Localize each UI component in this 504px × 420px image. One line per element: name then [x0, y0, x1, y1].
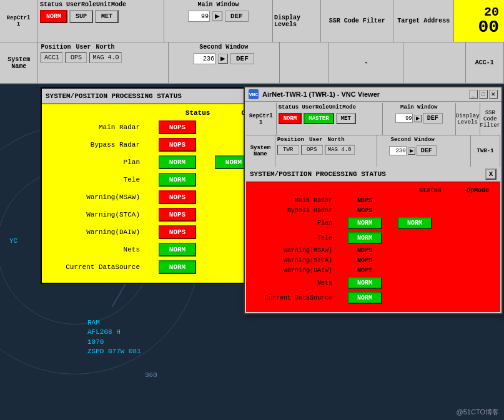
pos-labels: Position User North	[41, 44, 165, 51]
vnc-popup-content: Status OpMode Main Radar NOPS Bypass Rad…	[246, 182, 500, 312]
vnc-row-status: NOPS	[340, 247, 390, 254]
met-button[interactable]: MET	[95, 10, 119, 23]
aircraft-id: RAM	[87, 318, 141, 328]
status-badge-green: NORM	[159, 173, 196, 187]
vnc-2nd-win-controls: ▶ DEF	[389, 145, 437, 156]
vnc-ssr-section: SSR Code Filter	[480, 103, 500, 135]
main-window-arrow[interactable]: ▶	[212, 11, 222, 21]
vnc-badge-green: NORM	[348, 232, 382, 244]
pos-values: ACC1 OPS MAG 4.0	[41, 52, 165, 63]
row-label: Current DataSource	[49, 263, 149, 271]
vnc-display-levels: Display Levels	[456, 103, 480, 135]
vnc-table-row: Plan NORM NORM	[252, 217, 494, 229]
status-badge-red: NOPS	[159, 208, 196, 222]
second-window-section: Second Window ▶ DEF	[169, 42, 280, 83]
main-window-section: Main Window ▶ DEF	[164, 0, 273, 42]
vnc-master-button[interactable]: MASTER	[304, 113, 334, 124]
vnc-pos-labels: Position User North	[277, 137, 375, 143]
vnc-table-row: Warning(MSAW) NOPS	[252, 247, 494, 254]
target-label: Target Address	[397, 17, 450, 24]
vnc-title-text: AirNet-TWR-1 (TWR-1) - VNC Viewer	[262, 90, 380, 98]
display-levels-label: Display Levels	[274, 14, 319, 28]
vnc-row-status: NOPS	[340, 267, 390, 274]
vnc-display-row2	[448, 135, 471, 167]
vnc-row-label: Warning(STCA)	[252, 257, 340, 264]
repctr-col: RepCtrl 1	[0, 0, 37, 42]
row-label: Nets	[49, 246, 149, 253]
north-label: North	[96, 44, 114, 51]
vnc-second-def: DEF	[417, 145, 437, 156]
table-row: Main Radar NOPS	[49, 120, 272, 134]
vnc-twr1-label: TWR-1	[477, 148, 494, 154]
row-status: NOPS	[149, 190, 205, 204]
display-levels-row2	[280, 42, 329, 83]
vnc-status-text: NOPS	[357, 247, 372, 254]
vnc-north-label: North	[328, 137, 345, 143]
vnc-2nd-win-title: Second Window	[391, 137, 435, 143]
vnc-row-label: Nets	[252, 280, 340, 286]
vnc-row-status: NOPS	[340, 197, 390, 204]
watermark: @51CTO博客	[457, 408, 499, 417]
vnc-repctr-label: RepCtrl	[249, 113, 273, 119]
vnc-icon: VNC	[249, 89, 259, 99]
vnc-main-num-input[interactable]	[395, 114, 413, 123]
vnc-second-num-input[interactable]	[389, 146, 407, 155]
vnc-close-button[interactable]: ✕	[489, 90, 498, 99]
vnc-second-arrow[interactable]: ▶	[408, 147, 415, 155]
top-toolbar: RepCtrl 1 Status UserRoleUnitMode NORM S…	[0, 0, 504, 84]
second-window-num-input[interactable]	[194, 53, 215, 64]
big-number-display: 20 00	[454, 0, 504, 42]
ssr-label: SSR Code Filter	[329, 17, 385, 24]
vnc-main-arrow[interactable]: ▶	[414, 115, 422, 122]
vnc-minimize-button[interactable]: _	[469, 90, 478, 99]
target-section: Target Address	[393, 0, 454, 42]
vnc-col-opmode-header: OpMode	[467, 187, 489, 194]
vnc-pos-section: Position User North TWR OPS MAG 4.0	[275, 135, 378, 167]
status-badge-red: NOPS	[159, 120, 196, 134]
row-status: NORM	[149, 173, 205, 187]
vnc-maximize-button[interactable]: □	[479, 90, 488, 99]
vnc-main-win-controls: ▶ DEF	[395, 113, 443, 124]
row-label: Warning(STCA)	[49, 211, 149, 218]
row-label: Warning(MSAW)	[49, 193, 149, 201]
vnc-pos-ops: OPS	[301, 145, 323, 155]
vnc-row-label: Tele	[252, 235, 340, 242]
status-badge-green: NORM	[159, 260, 196, 274]
vnc-norm-button[interactable]: NORM	[279, 113, 302, 124]
vnc-main-def: DEF	[423, 113, 443, 124]
table-row: Current DataSource NORM	[49, 260, 272, 274]
second-window-title: Second Window	[199, 44, 248, 51]
row-status: NOPS	[149, 225, 205, 239]
vnc-main-window: Main Window ▶ DEF	[383, 103, 456, 135]
vnc-title-bar: VNC AirNet-TWR-1 (TWR-1) - VNC Viewer _ …	[245, 87, 502, 102]
vnc-repctr-num: 1	[259, 119, 262, 125]
vnc-status-text: NOPS	[357, 197, 372, 204]
vnc-popup-close-button[interactable]: X	[485, 168, 497, 180]
vnc-table-row: Main Radar NOPS	[252, 197, 494, 204]
vnc-table-row: Tele NORM	[252, 232, 494, 244]
vnc-ssr-label: SSR Code Filter	[480, 110, 500, 129]
dash-sep: -	[364, 59, 368, 66]
vnc-pos-mag: MAG 4.0	[325, 145, 355, 155]
pos-label: Position	[41, 44, 71, 51]
status-badge-red: NOPS	[159, 225, 196, 239]
acc-col: ACC-1	[466, 42, 504, 83]
vnc-row-status: NORM	[340, 277, 390, 289]
vnc-table-row: Current DataSource NORM	[252, 292, 494, 304]
row-status: NORM	[149, 243, 205, 256]
vnc-met-button[interactable]: MET	[336, 113, 356, 124]
row-label: Plan	[49, 159, 149, 166]
aircraft-label: RAM AFL208 H 1070 ZSPD B77W 081	[87, 318, 141, 357]
sup-button[interactable]: SUP	[69, 10, 93, 23]
main-window-num-input[interactable]	[188, 11, 210, 22]
row-label: Tele	[49, 176, 149, 183]
acc-label: ACC-1	[475, 59, 494, 66]
vnc-status-section: Status UserRoleUnitMode NORM MASTER MET	[277, 103, 383, 135]
toolbar-row1: RepCtrl 1 Status UserRoleUnitMode NORM S…	[0, 0, 504, 42]
vnc-row-opmode: NORM	[390, 217, 440, 229]
vnc-table-row: Warning(DAIW) NOPS	[252, 267, 494, 274]
second-window-arrow[interactable]: ▶	[218, 54, 228, 64]
vnc-row-status: NOPS	[340, 207, 390, 214]
norm-button[interactable]: NORM	[40, 10, 67, 23]
north-indicator: 360	[145, 371, 157, 379]
